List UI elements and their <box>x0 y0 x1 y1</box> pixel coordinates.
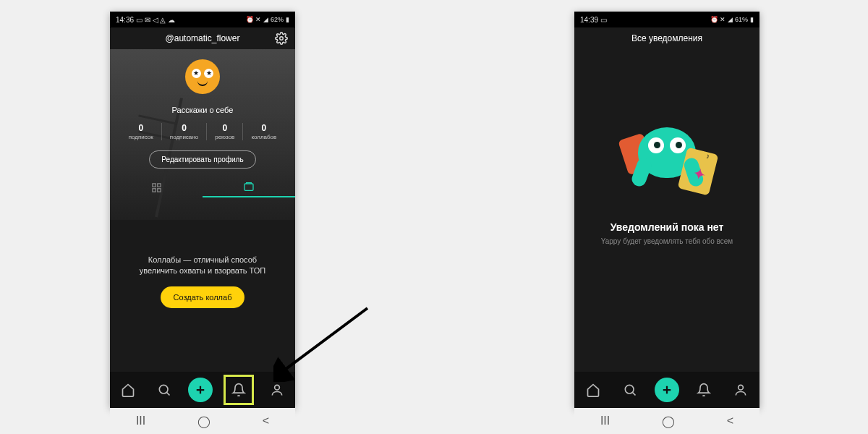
bio-prompt[interactable]: Расскажи о себе <box>172 106 234 114</box>
nav-notifications[interactable] <box>224 375 253 404</box>
empty-state-title: Уведомлений пока нет <box>610 221 724 233</box>
nav-home[interactable] <box>581 378 605 402</box>
svg-point-9 <box>625 385 634 393</box>
battery-icon: ▮ <box>286 16 289 23</box>
profile-stats: 0 подписок 0 подписано 0 реюзов 0 коллаб… <box>121 123 285 140</box>
settings-button[interactable] <box>275 32 288 45</box>
home-icon <box>121 383 135 397</box>
page-title: Все уведомления <box>631 33 702 43</box>
nav-search[interactable] <box>618 378 642 402</box>
notifications-header: Все уведомления <box>574 27 760 49</box>
svg-point-7 <box>275 385 280 390</box>
svg-point-6 <box>159 385 168 393</box>
phone-profile-screen: 14:36 ▭ ✉ ◁ ◬ ☁ ⏰ ✕ ◢ 62% ▮ @automatic_f… <box>110 12 295 408</box>
search-icon <box>623 383 637 397</box>
plus-icon <box>660 383 673 396</box>
bell-icon <box>697 383 711 397</box>
create-collab-button[interactable]: Создать коллаб <box>161 286 245 308</box>
svg-line-8 <box>282 308 367 372</box>
profile-header: @automatic_flower <box>110 27 295 49</box>
username-label: @automatic_flower <box>166 33 240 43</box>
svg-rect-1 <box>152 183 155 186</box>
status-icons-right: ⏰ ✕ ◢ <box>246 16 268 23</box>
svg-rect-2 <box>157 183 160 186</box>
sys-back[interactable]: < <box>727 414 733 427</box>
phone-notifications-screen: 14:39 ▭ ⏰ ✕ ◢ 61% ▮ Все уведомления ✦ ♪ … <box>574 12 760 408</box>
system-nav: III ◯ < <box>574 408 760 434</box>
svg-rect-5 <box>244 184 253 190</box>
gear-icon <box>275 32 288 45</box>
status-bar: 14:36 ▭ ✉ ◁ ◬ ☁ ⏰ ✕ ◢ 62% ▮ <box>110 12 295 27</box>
nav-create[interactable] <box>188 378 213 402</box>
system-nav: III ◯ < <box>110 408 295 434</box>
collab-icon <box>243 181 255 192</box>
notifications-body: ✦ ♪ Уведомлений пока нет Yappy будет уве… <box>574 49 760 372</box>
person-icon <box>270 383 284 397</box>
stat-reuses[interactable]: 0 реюзов <box>207 123 243 140</box>
status-bar: 14:39 ▭ ⏰ ✕ ◢ 61% ▮ <box>574 12 760 27</box>
svg-point-10 <box>739 385 744 390</box>
status-icons-right: ⏰ ✕ ◢ <box>710 16 733 23</box>
status-time: 14:39 <box>580 16 598 24</box>
nav-search[interactable] <box>152 378 176 402</box>
status-time: 14:36 <box>116 16 134 24</box>
tab-collabs[interactable] <box>203 177 295 197</box>
sys-back[interactable]: < <box>263 414 269 427</box>
stat-collabs[interactable]: 0 коллабов <box>243 123 284 140</box>
avatar[interactable]: ★★ <box>185 59 220 94</box>
svg-rect-3 <box>152 188 155 191</box>
stat-subscribed[interactable]: 0 подписано <box>162 123 207 140</box>
bottom-nav <box>574 372 760 408</box>
sys-home[interactable]: ◯ <box>662 414 675 428</box>
stat-subscriptions[interactable]: 0 подписок <box>121 123 162 140</box>
status-icons-left: ▭ ✉ ◁ ◬ ☁ <box>136 16 175 24</box>
nav-create[interactable] <box>655 378 679 402</box>
status-battery: 61% <box>735 16 748 23</box>
nav-profile[interactable] <box>728 378 753 402</box>
search-icon <box>157 383 171 397</box>
svg-point-0 <box>280 37 284 41</box>
nav-home[interactable] <box>116 378 140 402</box>
bell-icon <box>231 383 246 397</box>
annotation-arrow <box>273 302 372 382</box>
person-icon <box>733 383 748 397</box>
status-battery: 62% <box>271 16 284 23</box>
empty-state-illustration: ✦ ♪ <box>620 114 714 208</box>
sys-home[interactable]: ◯ <box>197 414 210 428</box>
sys-recents[interactable]: III <box>136 414 145 427</box>
status-icons-left: ▭ <box>600 16 607 24</box>
plus-icon <box>194 383 207 396</box>
nav-notifications[interactable] <box>692 378 716 402</box>
profile-body: Коллабы — отличный способ увеличить охва… <box>110 220 295 372</box>
sys-recents[interactable]: III <box>600 414 610 427</box>
bottom-nav <box>110 372 295 408</box>
edit-profile-button[interactable]: Редактировать профиль <box>149 150 255 169</box>
empty-state-subtitle: Yappy будет уведомлять тебя обо всем <box>601 237 733 245</box>
svg-rect-4 <box>157 188 160 191</box>
grid-icon <box>151 182 162 193</box>
tab-grid[interactable] <box>110 177 203 197</box>
collab-promo-text: Коллабы — отличный способ увеличить охва… <box>140 255 266 277</box>
profile-tabs <box>110 177 295 197</box>
home-icon <box>586 383 600 397</box>
profile-cover: ★★ Расскажи о себе 0 подписок 0 подписан… <box>110 49 295 220</box>
battery-icon: ▮ <box>750 16 754 23</box>
